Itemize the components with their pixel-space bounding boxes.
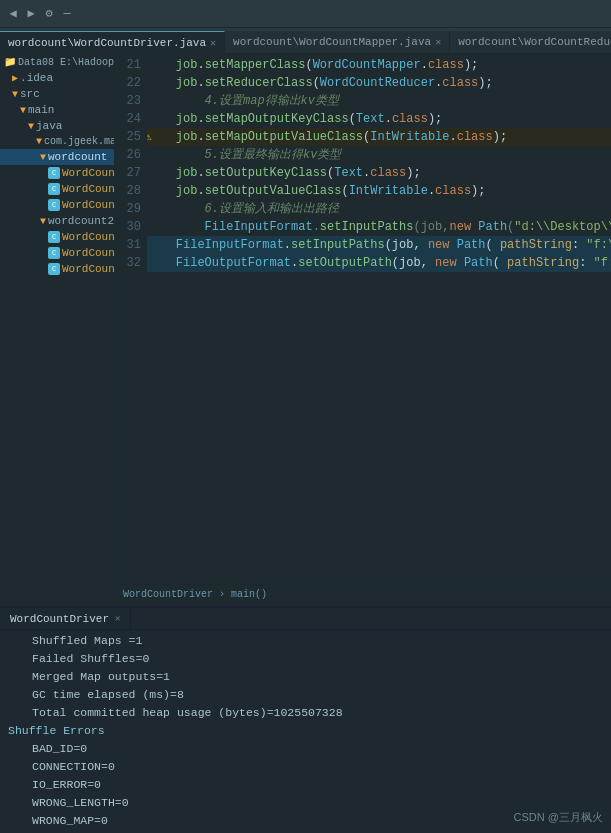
class-icon: C bbox=[48, 247, 60, 259]
sidebar: 📁 Data08 E:\HadoopCodes\ ▶ .idea ▼ src ▼… bbox=[0, 54, 115, 604]
console-line-4: GC time elapsed (ms)=8 bbox=[8, 686, 603, 704]
code-line-28: job.setOutputValueClass(IntWritable.clas… bbox=[147, 182, 611, 200]
console-line-1: Shuffled Maps =1 bbox=[8, 632, 603, 650]
breadcrumb: WordCountDriver › main() bbox=[115, 584, 611, 604]
folder-icon: ▶ bbox=[12, 72, 18, 84]
code-editor: 21 22 23 24 25 26 27 28 29 30 31 32 job.… bbox=[115, 54, 611, 604]
console-tab-bar: WordCountDriver ✕ bbox=[0, 608, 611, 630]
tab-wordcountdriver[interactable]: wordcount\WordCountDriver.java ✕ bbox=[0, 31, 225, 53]
class-icon: C bbox=[48, 231, 60, 243]
sidebar-item-wordcoun3[interactable]: C WordCoun bbox=[0, 197, 114, 213]
console-close-icon[interactable]: ✕ bbox=[115, 613, 120, 624]
sidebar-item-src[interactable]: ▼ src bbox=[0, 86, 114, 102]
watermark: CSDN @三月枫火 bbox=[514, 810, 603, 825]
folder-icon: ▼ bbox=[20, 105, 26, 116]
code-line-24: job.setMapOutputKeyClass(Text.class); bbox=[147, 110, 611, 128]
code-line-32: FileOutputFormat.setOutputPath(job, new … bbox=[147, 254, 611, 272]
sidebar-item-java[interactable]: ▼ java bbox=[0, 118, 114, 134]
code-line-26: 5.设置最终输出得kv类型 bbox=[147, 146, 611, 164]
forward-icon[interactable]: ▶ bbox=[24, 7, 38, 21]
minimize-icon[interactable]: — bbox=[60, 7, 74, 21]
tab-close-icon[interactable]: ✕ bbox=[210, 37, 216, 49]
sidebar-item-main[interactable]: ▼ main bbox=[0, 102, 114, 118]
tab-wordcountreducer[interactable]: wordcount\WordCountReducer.java ✕ bbox=[450, 31, 611, 53]
folder-icon: ▼ bbox=[12, 89, 18, 100]
code-line-29: 6.设置输入和输出出路径 bbox=[147, 200, 611, 218]
console-line-3: Merged Map outputs=1 bbox=[8, 668, 603, 686]
sidebar-item-wordcoun5[interactable]: C WordCoun bbox=[0, 245, 114, 261]
sidebar-item-wordcoun4[interactable]: C WordCoun bbox=[0, 229, 114, 245]
code-line-30: FileInputFormat.setInputPaths(job,new Pa… bbox=[147, 218, 611, 236]
code-line-27: job.setOutputKeyClass(Text.class); bbox=[147, 164, 611, 182]
code-content: 21 22 23 24 25 26 27 28 29 30 31 32 job.… bbox=[115, 54, 611, 584]
code-lines[interactable]: job.setMapperClass(WordCountMapper.class… bbox=[147, 54, 611, 584]
class-icon: C bbox=[48, 183, 60, 195]
sidebar-item-data08[interactable]: 📁 Data08 E:\HadoopCodes\ bbox=[0, 54, 114, 70]
class-icon: C bbox=[48, 263, 60, 275]
tab-close-icon[interactable]: ✕ bbox=[435, 36, 441, 48]
class-icon: C bbox=[48, 167, 60, 179]
code-line-22: job.setReducerClass(WordCountReducer.cla… bbox=[147, 74, 611, 92]
code-line-25: ⚠ job.setMapOutputValueClass(IntWritable… bbox=[147, 128, 611, 146]
console-line-2: Failed Shuffles=0 bbox=[8, 650, 603, 668]
sidebar-item-wordcoun6[interactable]: C WordCoun bbox=[0, 261, 114, 277]
console-line-6: BAD_ID=0 bbox=[8, 740, 603, 758]
settings-icon[interactable]: ⚙ bbox=[42, 7, 56, 21]
top-bar-icons: ◀ ▶ ⚙ — bbox=[6, 7, 74, 21]
code-line-21: job.setMapperClass(WordCountMapper.class… bbox=[147, 56, 611, 74]
folder-icon: 📁 bbox=[4, 56, 16, 68]
tab-label: wordcount\WordCountMapper.java bbox=[233, 36, 431, 48]
console-line-5: Total committed heap usage (bytes)=10255… bbox=[8, 704, 603, 722]
sidebar-item-idea[interactable]: ▶ .idea bbox=[0, 70, 114, 86]
main-area: 📁 Data08 E:\HadoopCodes\ ▶ .idea ▼ src ▼… bbox=[0, 54, 611, 604]
folder-icon: ▼ bbox=[40, 152, 46, 163]
tab-label: wordcount\WordCountDriver.java bbox=[8, 37, 206, 49]
folder-icon: ▼ bbox=[36, 136, 42, 147]
sidebar-item-wordcount2[interactable]: ▼ wordcount2 bbox=[0, 213, 114, 229]
top-bar: ◀ ▶ ⚙ — bbox=[0, 0, 611, 28]
sidebar-item-comjgeek[interactable]: ▼ com.jgeek.mapre.. bbox=[0, 134, 114, 149]
code-line-23: 4.设置map得输出kv类型 bbox=[147, 92, 611, 110]
tab-label: wordcount\WordCountReducer.java bbox=[458, 36, 611, 48]
class-icon: C bbox=[48, 199, 60, 211]
sidebar-item-wordcount[interactable]: ▼ wordcount bbox=[0, 149, 114, 165]
console-line-8: IO_ERROR=0 bbox=[8, 776, 603, 794]
tabs-bar: wordcount\WordCountDriver.java ✕ wordcou… bbox=[0, 28, 611, 54]
console-tab-wordcountdriver[interactable]: WordCountDriver ✕ bbox=[0, 608, 131, 630]
line-numbers: 21 22 23 24 25 26 27 28 29 30 31 32 bbox=[115, 54, 147, 584]
code-line-31: FileInputFormat.setInputPaths(job, new P… bbox=[147, 236, 611, 254]
sidebar-item-wordcoun1[interactable]: C WordCoun bbox=[0, 165, 114, 181]
tab-wordcountmapper[interactable]: wordcount\WordCountMapper.java ✕ bbox=[225, 31, 450, 53]
console-line-7: CONNECTION=0 bbox=[8, 758, 603, 776]
console-area: WordCountDriver ✕ Shuffled Maps =1 Faile… bbox=[0, 606, 611, 833]
console-section-shuffle: Shuffle Errors bbox=[8, 722, 603, 740]
console-content: Shuffled Maps =1 Failed Shuffles=0 Merge… bbox=[0, 630, 611, 833]
folder-icon: ▼ bbox=[28, 121, 34, 132]
sidebar-item-wordcoun2[interactable]: C WordCoun bbox=[0, 181, 114, 197]
folder-icon: ▼ bbox=[40, 216, 46, 227]
back-icon[interactable]: ◀ bbox=[6, 7, 20, 21]
